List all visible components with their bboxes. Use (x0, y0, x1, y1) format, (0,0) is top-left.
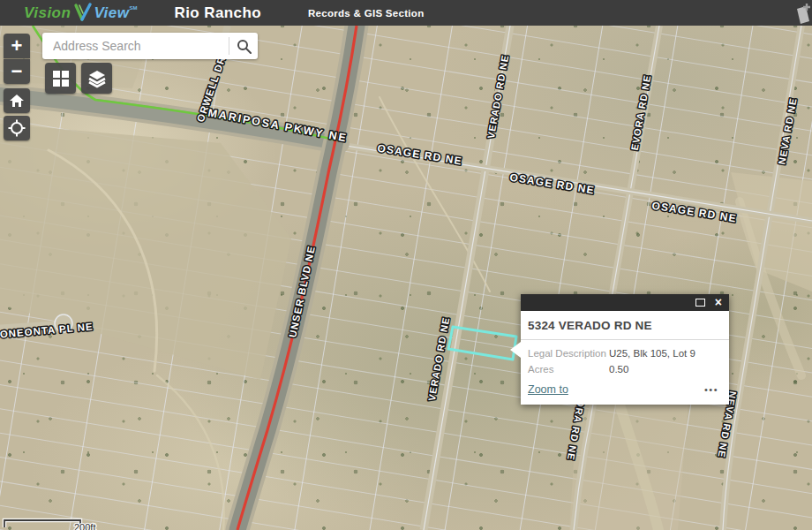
close-icon[interactable]: × (715, 296, 722, 308)
grid-icon (52, 70, 70, 87)
search-button[interactable] (229, 33, 258, 59)
locate-button[interactable] (4, 116, 30, 140)
app-window: MARIPOSA PKWY NE OSAGE RD NE OSAGE RD NE… (0, 0, 812, 530)
street-label: NEVA RD NE (776, 97, 798, 166)
zoom-in-glyph: + (11, 34, 23, 57)
home-button[interactable] (4, 88, 30, 113)
scale-bar: 200ft (4, 520, 95, 530)
section-title: Records & GIS Section (308, 8, 425, 19)
zoom-out-glyph: − (11, 60, 23, 83)
home-icon (9, 94, 25, 108)
add-page-icon[interactable] (792, 2, 812, 25)
attribute-row: Acres 0.50 (528, 364, 718, 375)
popup-footer: Zoom to ••• (528, 383, 718, 396)
street-label: OSAGE RD NE (509, 171, 596, 197)
popup-callout-arrow (510, 342, 521, 358)
popup-body: 5324 VERADO RD NE Legal Description U25,… (521, 311, 729, 405)
attribute-label: Acres (528, 364, 609, 375)
zoom-in-button[interactable]: + (4, 34, 30, 58)
layers-icon (87, 69, 107, 88)
basemap-grid-button[interactable] (45, 63, 76, 94)
attribute-label: Legal Description (528, 348, 609, 359)
logo-sm-mark: SM (130, 5, 138, 11)
app-header: Vision View SM Rio Rancho Records & GIS … (0, 0, 812, 26)
search-input[interactable] (51, 38, 229, 54)
more-options-button[interactable]: ••• (704, 384, 718, 395)
address-search-box (42, 33, 258, 59)
logo-v-icon (73, 3, 93, 22)
map-canvas[interactable]: MARIPOSA PKWY NE OSAGE RD NE OSAGE RD NE… (0, 0, 812, 530)
zoom-out-button[interactable]: − (4, 59, 30, 84)
street-label: EVORA RD NE (629, 73, 653, 151)
logo-view-text: View (94, 1, 129, 25)
dock-icon[interactable] (695, 299, 705, 307)
popup-divider (521, 339, 729, 340)
popup-title: 5324 VERADO RD NE (528, 319, 718, 332)
popup-header[interactable]: × (521, 294, 729, 311)
locate-icon (8, 119, 26, 137)
layers-button[interactable] (81, 63, 112, 94)
zoom-to-link[interactable]: Zoom to (528, 383, 568, 396)
scale-label: 200ft (74, 522, 95, 530)
parcel-popup: × 5324 VERADO RD NE Legal Description U2… (521, 294, 729, 405)
street-label: VERADO RD NE (485, 54, 511, 140)
vision-view-logo: Vision View SM (24, 1, 138, 25)
attribute-value: 0.50 (609, 364, 628, 375)
search-icon (237, 39, 252, 54)
attribute-row: Legal Description U25, Blk 105, Lot 9 (528, 348, 718, 359)
logo-vision-text: Vision (24, 1, 71, 25)
attribute-value: U25, Blk 105, Lot 9 (609, 348, 695, 359)
site-title: Rio Rancho (175, 4, 261, 22)
